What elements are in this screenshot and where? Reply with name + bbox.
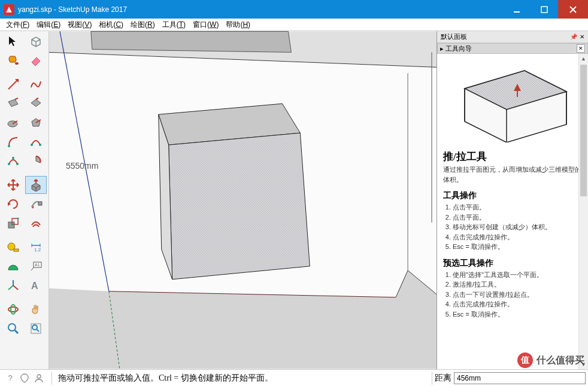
menu-h[interactable]: 帮助(H) [222,19,254,31]
ops-heading: 工具操作 [443,190,582,201]
window-title: yangzi.skp - SketchUp Make 2017 [18,5,503,14]
scroll-thumb[interactable] [580,65,587,196]
svg-point-16 [31,144,33,146]
op-step: 点击完成推/拉操作。 [453,232,582,242]
panel-close-icon[interactable]: ✕ [580,34,584,40]
sub-close-icon[interactable]: ✕ [577,44,585,53]
svg-point-19 [12,157,14,159]
statusbar: ? 拖动可推拉平面或输入值。Ctrl = 切换创建新的开始平面。 距离 [0,369,588,386]
push-pull-tool[interactable] [25,176,47,194]
menu-w[interactable]: 窗口(W) [189,19,222,31]
svg-line-36 [31,268,34,270]
op-step: 点击平面。 [453,202,582,212]
eraser-tool[interactable] [25,51,47,69]
scale-tool[interactable] [2,214,24,232]
freehand-tool[interactable] [25,75,47,93]
menu-t[interactable]: 工具(T) [159,19,189,31]
svg-point-73 [37,375,41,378]
status-hint: 拖动可推拉平面或输入值。Ctrl = 切换创建新的开始平面。 [54,373,429,384]
tape-measure-tool[interactable] [2,238,24,256]
protractor-tool[interactable] [2,257,24,275]
2point-arc-tool[interactable] [25,133,47,151]
svg-line-10 [36,98,38,99]
pan-tool[interactable] [25,300,47,318]
op-step: 移动光标可创建（或减少）体积。 [453,222,582,232]
menu-r[interactable]: 绘图(R) [127,19,159,31]
svg-point-17 [39,144,41,146]
polygon-tool[interactable] [25,114,47,132]
tool-illustration [443,59,582,142]
3point-arc-tool[interactable] [2,152,24,170]
help-icon[interactable]: ? [5,373,16,384]
user-icon[interactable] [34,373,44,384]
maximize-button[interactable] [531,0,558,19]
svg-rect-23 [38,202,42,205]
svg-marker-65 [91,31,291,52]
svg-point-15 [8,145,10,147]
svg-line-7 [8,80,18,89]
svg-line-47 [37,329,39,332]
pre-list: 使用"选择"工具选取一个平面。激活推/拉工具。点击一下可设置推/拉起点。点击完成… [443,270,582,320]
scroll-up-icon[interactable]: ▲ [579,54,588,63]
pin-icon[interactable]: 📌 [570,34,577,40]
paint-bucket-tool[interactable] [2,51,24,69]
geo-icon[interactable] [19,373,30,384]
offset-tool[interactable] [25,214,47,232]
svg-marker-0 [6,7,12,13]
panel-scrollbar[interactable]: ▲ ▼ [578,54,588,369]
menubar: 文件(F)编辑(E)视图(V)相机(C)绘图(R)工具(T)窗口(W)帮助(H) [0,19,588,31]
zoom-tool[interactable] [2,320,24,338]
make-component-tool[interactable] [25,32,47,50]
pre-step: 点击一下可设置推/拉起点。 [453,290,582,300]
panel-sub-header[interactable]: ▸ 工具向导 ✕ [437,43,588,54]
scroll-down-icon[interactable]: ▼ [579,360,588,369]
svg-point-42 [11,305,16,314]
zoom-extents-tool[interactable] [25,320,47,338]
arc-tool[interactable] [2,133,24,151]
line-tool[interactable] [2,75,24,93]
app-logo-icon [4,4,14,15]
pre-heading: 预选工具操作 [443,258,582,269]
menu-c[interactable]: 相机(C) [95,19,127,31]
rotate-tool[interactable] [2,195,24,213]
distance-input[interactable] [454,372,586,384]
3d-viewport[interactable]: 5550mm [49,31,437,369]
minimize-button[interactable] [503,0,531,19]
menu-f[interactable]: 文件(F) [2,19,33,31]
svg-text:A: A [31,281,38,291]
svg-text:A1: A1 [35,263,40,267]
menu-v[interactable]: 视图(V) [64,19,95,31]
tool-description: 通过推拉平面图元，从而增加或减少三维模型的体积。 [443,165,582,184]
pie-tool[interactable] [25,152,47,170]
svg-marker-5 [9,37,16,46]
instructor-panel: 默认面板 📌 ✕ ▸ 工具向导 ✕ 推/拉工具 通过推拉平面图元，从而增加或减少… [437,31,588,369]
distance-label: 距离 [435,373,451,384]
svg-text:1.2: 1.2 [34,247,41,253]
ops-list: 点击平面。点击平面。移动光标可创建（或减少）体积。点击完成推/拉操作。Esc =… [443,202,582,252]
text-tool[interactable]: A1 [25,257,47,275]
orbit-tool[interactable] [2,300,24,318]
rotated-rectangle-tool[interactable] [25,95,47,113]
close-button[interactable] [558,0,588,19]
pre-step: 使用"选择"工具选取一个平面。 [453,270,582,280]
select-tool[interactable] [2,32,24,50]
follow-me-tool[interactable] [25,195,47,213]
svg-point-46 [32,325,37,330]
tool-palette: 1.2 A1 A [0,31,49,369]
menu-e[interactable]: 编辑(E) [33,19,64,31]
panel-header[interactable]: 默认面板 📌 ✕ [437,31,588,43]
3d-text-tool[interactable]: A [25,276,47,294]
pre-step: 点击完成推/拉操作。 [453,299,582,309]
move-tool[interactable] [2,176,24,194]
titlebar: yangzi.skp - SketchUp Make 2017 [0,0,588,19]
dimension-label: 5550mm [66,161,98,171]
op-step: Esc = 取消操作。 [453,242,582,252]
axes-tool[interactable] [2,276,24,294]
dimension-tool[interactable]: 1.2 [25,238,47,256]
tool-title: 推/拉工具 [443,150,582,163]
op-step: 点击平面。 [453,212,582,223]
rectangle-tool[interactable] [2,95,24,113]
circle-tool[interactable] [2,114,24,132]
svg-rect-2 [541,7,547,13]
svg-point-6 [15,62,19,65]
